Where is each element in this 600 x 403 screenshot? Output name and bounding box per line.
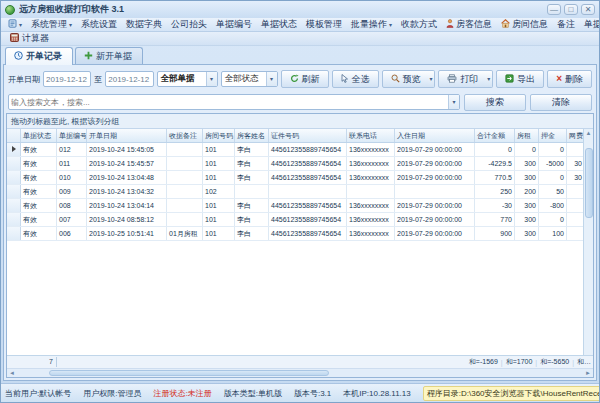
scroll-up-icon[interactable]: ▲ — [586, 129, 592, 138]
table-row[interactable]: 有效0072019-10-24 08:58:12101李白44561235588… — [7, 213, 583, 227]
cell-合计金额: 0 — [475, 143, 515, 156]
cell-房租: 300 — [515, 199, 539, 212]
search-button[interactable]: 搜索 — [464, 94, 526, 111]
cell-开单日期: 2019-10-24 13:04:32 — [87, 185, 167, 198]
cell-联系电话: 136xxxxxxxx — [347, 213, 395, 226]
horizontal-scroll-thumb[interactable] — [49, 370, 329, 376]
cell-收据备注 — [167, 143, 203, 156]
cell-证件号码: 445612355889745654 — [269, 199, 347, 212]
menu-item-模板管理[interactable]: 模板管理 — [302, 18, 346, 32]
cell-证件号码: 445612355889745654 — [269, 157, 347, 170]
cell-入住日期: 2019-07-29 00:00:00 — [395, 171, 475, 184]
house-icon — [501, 19, 510, 30]
menu-item-数据字典[interactable]: 数据字典 — [122, 18, 166, 32]
cell-房租: 300 — [515, 157, 539, 170]
date-to-field: ▾ — [105, 71, 153, 87]
status-value: 全部状态 — [222, 73, 266, 85]
column-header-5[interactable]: 房客姓名 — [235, 129, 269, 142]
title-bar: 远方房租收据打印软件 3.1 — □ ✕ — [1, 1, 599, 18]
group-by-panel[interactable]: 拖动列标题至此, 根据该列分组 — [7, 114, 593, 129]
row-indicator-cell — [7, 213, 21, 226]
menu-item-label: 备注 — [557, 18, 575, 31]
cell-押金: 100 — [539, 227, 567, 240]
menu-item-单据状态[interactable]: 单据状态 — [257, 18, 301, 32]
cell-网费 — [567, 227, 583, 240]
date-from-input[interactable] — [44, 75, 91, 84]
menu-item-公司抬头[interactable]: 公司抬头 — [167, 18, 211, 32]
cell-合计金额: 250 — [475, 185, 515, 198]
column-header-3[interactable]: 收据备注 — [167, 129, 203, 142]
column-header-10[interactable]: 房租 — [515, 129, 539, 142]
vertical-scroll-thumb[interactable] — [585, 148, 593, 218]
status-bar: 当前用户:默认帐号用户权限:管理员注册状态:未注册版本类型:单机版版本号:3.1… — [1, 383, 599, 402]
scroll-left-icon[interactable]: ◄ — [9, 369, 15, 377]
preview-dropdown[interactable]: ▾ — [428, 70, 436, 88]
doc-type-combo[interactable]: 全部单据 ▾ — [157, 71, 218, 87]
print-dropdown[interactable]: ▾ — [485, 70, 493, 88]
column-header-7[interactable]: 联系电话 — [347, 129, 395, 142]
table-row[interactable]: 有效0082019-10-24 13:04:14101李白44561235588… — [7, 199, 583, 213]
table-row[interactable]: 有效0102019-10-24 13:04:48101李白44561235588… — [7, 171, 583, 185]
column-header-12[interactable]: 网费 — [567, 129, 583, 142]
cell-收据备注 — [167, 157, 203, 170]
column-header-6[interactable]: 证件号码 — [269, 129, 347, 142]
status-combo[interactable]: 全部状态 ▾ — [221, 71, 278, 87]
table-row[interactable]: 有效0062019-10-25 10:51:4101月房租101李白445612… — [7, 227, 583, 241]
status-dropdown[interactable]: ▾ — [266, 72, 277, 86]
cell-房间号码: 101 — [203, 227, 235, 240]
column-header-11[interactable]: 押金 — [539, 129, 567, 142]
cell-单据状态: 有效 — [21, 143, 57, 156]
column-header-8[interactable]: 入住日期 — [395, 129, 475, 142]
clear-button[interactable]: 清除 — [530, 94, 592, 111]
horizontal-scrollbar[interactable]: ◄ ► — [7, 368, 593, 377]
calculator-button[interactable]: 计算器 — [5, 31, 54, 46]
menu-bar: ▾系统管理▾系统设置数据字典公司抬头单据编号单据状态模板管理批量操作▾收款方式房… — [1, 18, 599, 32]
vertical-scrollbar[interactable]: ▲ — [583, 129, 593, 355]
menu-item-系统管理[interactable]: 系统管理▾ — [27, 18, 76, 32]
doc-type-dropdown[interactable]: ▾ — [206, 72, 217, 86]
cell-房间号码: 101 — [203, 199, 235, 212]
cell-单据编号: 011 — [57, 157, 87, 170]
cell-单据编号: 006 — [57, 227, 87, 240]
export-button[interactable]: 导出 — [496, 70, 544, 88]
plus-icon — [84, 51, 93, 62]
menu-item-main[interactable]: ▾ — [4, 18, 26, 31]
calculator-label: 计算器 — [22, 32, 49, 45]
maximize-button[interactable]: □ — [564, 4, 578, 15]
cell-押金: -800 — [539, 199, 567, 212]
refresh-button[interactable]: 刷新 — [281, 70, 329, 88]
search-input[interactable] — [9, 98, 448, 107]
menu-item-房客信息[interactable]: 房客信息 — [442, 18, 496, 32]
menu-item-系统设置[interactable]: 系统设置 — [77, 18, 121, 32]
sum-value: 和=-1569 — [469, 357, 498, 367]
menu-item-单据编号[interactable]: 单据编号 — [212, 18, 256, 32]
cell-房客姓名: 李白 — [235, 213, 269, 226]
menu-item-label: 数据字典 — [126, 18, 162, 31]
minimize-button[interactable]: — — [547, 4, 561, 15]
delete-button[interactable]: × 删除 — [547, 70, 592, 88]
print-button[interactable]: 打印 — [438, 70, 487, 88]
column-header-4[interactable]: 房间号码 — [203, 129, 235, 142]
column-header-0[interactable]: 单据状态 — [21, 129, 57, 142]
tab-billing-records[interactable]: 开单记录 — [5, 47, 73, 65]
scroll-right-icon[interactable]: ► — [585, 369, 591, 377]
menu-item-批量操作[interactable]: 批量操作▾ — [347, 18, 396, 32]
select-all-button[interactable]: 全选 — [332, 70, 379, 88]
column-header-9[interactable]: 合计金额 — [475, 129, 515, 142]
table-row[interactable]: 有效0092019-10-24 13:04:3210225020050 — [7, 185, 583, 199]
menu-item-收款方式[interactable]: 收款方式 — [397, 18, 441, 32]
menu-item-单据统计[interactable]: 单据统计 — [580, 18, 599, 32]
menu-item-备注[interactable]: 备注 — [553, 18, 579, 32]
table-row[interactable]: 有效0122019-10-24 15:45:05101李白44561235588… — [7, 143, 583, 157]
close-button[interactable]: ✕ — [581, 4, 595, 15]
menu-item-房间信息[interactable]: 房间信息 — [497, 18, 552, 32]
date-to-input[interactable] — [106, 75, 153, 84]
table-row[interactable]: 有效0112019-10-24 15:45:57101李白44561235588… — [7, 157, 583, 171]
preview-button[interactable]: 预览 — [382, 70, 430, 88]
cell-证件号码: 445612355889745654 — [269, 143, 347, 156]
header-indicator-cell — [7, 129, 21, 142]
search-dropdown[interactable]: ▾ — [448, 95, 459, 109]
tab-new-receipt[interactable]: 新开单据 — [75, 47, 143, 65]
column-header-1[interactable]: 单据编号 — [57, 129, 87, 142]
column-header-2[interactable]: 开单日期 — [87, 129, 167, 142]
